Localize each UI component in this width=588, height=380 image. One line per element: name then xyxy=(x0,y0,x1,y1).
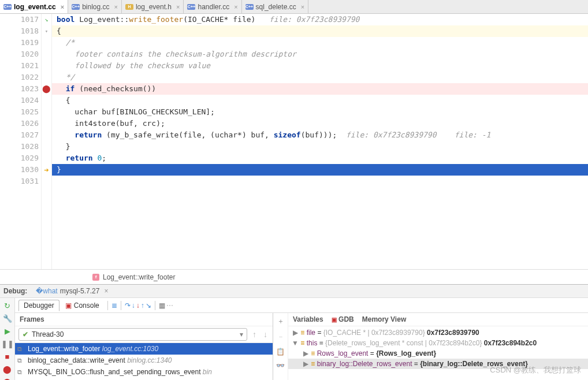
variable-node[interactable]: ▶ ≡ Rows_log_event = {Rows_log_event} xyxy=(288,348,588,359)
glasses-icon[interactable]: 👓 xyxy=(276,362,285,370)
more-icon[interactable]: ⋯ xyxy=(166,301,173,310)
close-icon[interactable]: × xyxy=(299,3,304,10)
force-step-into-icon[interactable]: ↓ xyxy=(136,301,140,310)
stop-icon[interactable]: ■ xyxy=(5,352,10,361)
code-line[interactable]: if (need_checksum()) xyxy=(52,83,588,95)
debug-label: Debug: xyxy=(3,287,27,295)
code-line[interactable] xyxy=(52,176,588,187)
close-icon[interactable]: × xyxy=(232,3,237,10)
variables-tree[interactable]: ▶ ≡ file = {IO_CACHE * | 0x7f23c8939790}… xyxy=(288,326,588,380)
memory-tab[interactable]: Memory View xyxy=(362,315,406,323)
mute-bp-icon[interactable]: ⬤ xyxy=(3,378,12,380)
variables-toolbar: ＋ － 📋 👓 xyxy=(273,313,288,380)
code-line[interactable]: return 0; xyxy=(52,152,588,164)
code-line[interactable]: bool Log_event::write_footer(IO_CACHE* f… xyxy=(52,14,588,25)
variable-node[interactable]: ▶ ≡ file = {IO_CACHE * | 0x7f23c8939790}… xyxy=(288,327,588,338)
resume-icon[interactable]: ▶ xyxy=(5,327,10,336)
chevron-down-icon[interactable]: ▾ xyxy=(240,330,243,338)
code-line[interactable]: return (my_b_safe_write(file, (uchar*) b… xyxy=(52,129,588,141)
editor-tabs: C++log_event.cc×C++binlog.cc×Hlog_event.… xyxy=(0,0,588,14)
debug-run-toolbar: ↻ 🔧 ▶ ❚❚ ■ ⬤ ⬤ ⚙ ⤴ xyxy=(0,298,15,380)
check-icon: ✔ xyxy=(23,330,28,338)
wrench-icon[interactable]: 🔧 xyxy=(3,314,12,323)
variables-tab[interactable]: Variables xyxy=(293,315,323,323)
variables-header: Variables ▣ GDB Memory View xyxy=(288,313,588,326)
pause-icon[interactable]: ❚❚ xyxy=(1,340,14,348)
code-line[interactable]: followed by the checksum value xyxy=(52,60,588,72)
file-tab[interactable]: C++handler.cc× xyxy=(184,0,241,13)
paste-icon[interactable]: 📋 xyxy=(276,348,285,356)
debug-main: Debugger ▣Console ≣ ↷ ↓ ↓ ↑ ↘ ▦ ⋯ Frames… xyxy=(15,298,588,380)
code-line[interactable]: uchar buf[BINLOG_CHECKSUM_LEN]; xyxy=(52,106,588,118)
cpp-file-icon: C++ xyxy=(187,4,195,10)
code-area[interactable]: bool Log_event::write_footer(IO_CACHE* f… xyxy=(52,14,588,269)
debug-panel: ↻ 🔧 ▶ ❚❚ ■ ⬤ ⬤ ⚙ ⤴ Debugger ▣Console ≣ ↷… xyxy=(0,298,588,380)
frames-pane: Frames ✔ Thread-30 ▾ ↑ ↓ ⧉Log_event::wri… xyxy=(15,313,273,380)
file-tab[interactable]: C++sql_delete.cc× xyxy=(242,0,308,13)
thread-selector-row: ✔ Thread-30 ▾ ↑ ↓ xyxy=(15,326,273,343)
debug-subtabs: Debugger ▣Console ≣ ↷ ↓ ↓ ↑ ↘ ▦ ⋯ xyxy=(15,298,588,313)
tab-label: sql_delete.cc xyxy=(256,3,296,11)
code-editor[interactable]: 1017101810191020102110221023102410251026… xyxy=(0,14,588,269)
frames-list[interactable]: ⧉Log_event::write_footer log_event.cc:10… xyxy=(15,343,273,380)
breadcrumb-function[interactable]: Log_event::write_footer xyxy=(103,273,175,281)
tab-label: log_event.h xyxy=(136,3,172,11)
tab-debugger[interactable]: Debugger xyxy=(18,300,59,311)
code-line[interactable]: /* xyxy=(52,37,588,49)
close-icon[interactable]: × xyxy=(174,3,180,10)
cpp-file-icon: C++ xyxy=(3,4,12,10)
gdb-tab[interactable]: ▣ GDB xyxy=(332,315,354,323)
variable-node[interactable]: ▼ ≡ this = {Delete_rows_log_event * cons… xyxy=(288,338,588,348)
cpp-file-icon: C++ xyxy=(72,4,80,10)
threads-icon[interactable]: ≣ xyxy=(111,301,117,310)
remove-watch-icon[interactable]: － xyxy=(277,332,284,342)
debug-toolwindow-header: Debug: �what mysql-5.7.27 × xyxy=(0,284,588,298)
cpp-file-icon: C++ xyxy=(245,4,254,10)
evaluate-icon[interactable]: ▦ xyxy=(159,301,165,310)
code-line[interactable]: { xyxy=(52,25,588,37)
stack-frame[interactable]: ⧉THD::binlog_query binlog.cc:12097 xyxy=(15,378,273,380)
breakpoint-icon[interactable]: ⬤ xyxy=(42,83,51,95)
gutter-icons: ↘▾⬤➔ xyxy=(42,14,52,269)
file-tab[interactable]: C++binlog.cc× xyxy=(68,0,122,13)
frame-down-icon[interactable]: ↓ xyxy=(262,330,269,339)
breakpoints-icon[interactable]: ⬤ xyxy=(3,365,12,374)
code-line[interactable]: } xyxy=(52,164,588,176)
code-line[interactable]: { xyxy=(52,95,588,106)
code-line[interactable]: int4store(buf, crc); xyxy=(52,118,588,129)
tab-console[interactable]: ▣Console xyxy=(61,300,104,311)
breadcrumb-bar: f Log_event::write_footer xyxy=(0,269,588,284)
line-number-gutter: 1017101810191020102110221023102410251026… xyxy=(0,14,42,269)
close-icon[interactable]: × xyxy=(112,3,118,10)
close-icon[interactable]: × xyxy=(58,3,64,10)
tab-label: binlog.cc xyxy=(82,3,109,11)
step-over-icon[interactable]: ↷ xyxy=(125,301,131,310)
function-icon: f xyxy=(92,274,99,281)
tab-label: log_event.cc xyxy=(14,3,56,11)
close-icon[interactable]: × xyxy=(102,287,108,295)
fold-icon[interactable]: ▾ xyxy=(42,25,51,37)
current-line-icon[interactable]: ➔ xyxy=(42,164,51,176)
add-watch-icon[interactable]: ＋ xyxy=(277,316,284,326)
run-to-cursor-icon[interactable]: ↘ xyxy=(146,301,151,310)
frame-up-icon[interactable]: ↑ xyxy=(251,330,258,339)
file-tab[interactable]: C++log_event.cc× xyxy=(0,0,68,13)
code-line[interactable]: } xyxy=(52,141,588,152)
thread-select[interactable]: ✔ Thread-30 ▾ xyxy=(18,328,247,341)
tab-label: handler.cc xyxy=(198,3,229,11)
step-into-icon[interactable]: ↓ xyxy=(132,301,135,310)
variables-pane: ＋ － 📋 👓 Variables ▣ GDB Memory View ▶ ≡ … xyxy=(273,313,588,380)
step-icon[interactable]: ↘ xyxy=(42,14,51,25)
code-line[interactable]: */ xyxy=(52,72,588,83)
code-line[interactable]: footer contains the checksum-algorithm d… xyxy=(52,49,588,60)
variable-node[interactable]: ▶ ≡ binary_log::Delete_rows_event = {bin… xyxy=(288,359,588,369)
stack-frame[interactable]: ⧉Log_event::write_footer log_event.cc:10… xyxy=(15,343,273,355)
file-tab[interactable]: Hlog_event.h× xyxy=(122,0,184,13)
debug-session-tab[interactable]: �what mysql-5.7.27 × xyxy=(32,285,112,297)
stack-frame[interactable]: ⧉MYSQL_BIN_LOG::flush_and_set_pending_ro… xyxy=(15,366,273,378)
rerun-icon[interactable]: ↻ xyxy=(4,301,10,310)
h-file-icon: H xyxy=(125,4,133,10)
stack-frame[interactable]: ⧉binlog_cache_data::write_event binlog.c… xyxy=(15,355,273,366)
step-out-icon[interactable]: ↑ xyxy=(141,301,144,310)
frames-header: Frames xyxy=(15,313,273,326)
